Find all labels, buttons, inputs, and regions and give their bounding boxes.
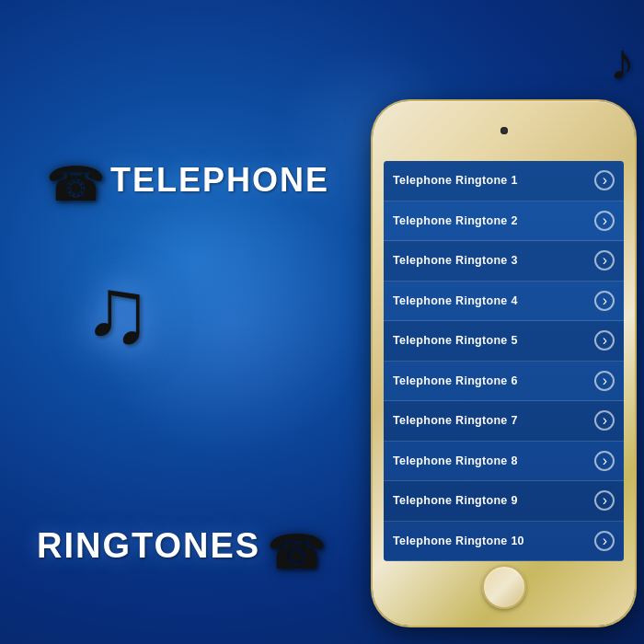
telephone-heading: TELEPHONE: [110, 161, 329, 200]
ringtone-arrow-icon: [594, 531, 615, 551]
ringtone-number: 5: [512, 334, 518, 347]
ringtone-arrow-icon: [594, 490, 615, 511]
ringtone-number: 9: [512, 494, 518, 507]
telephone-icon-topleft: ☎: [46, 156, 106, 212]
phone-home-button[interactable]: [482, 565, 526, 609]
phone-screen: Telephone Ringtone 1Telephone Ringtone 2…: [384, 161, 624, 561]
ringtone-list-item[interactable]: Telephone Ringtone 9: [384, 481, 624, 522]
ringtone-label: Telephone Ringtone: [393, 535, 508, 547]
ringtones-heading: RINGTONES: [37, 526, 260, 566]
music-note-large-icon: ♫: [83, 258, 152, 363]
ringtone-label: Telephone Ringtone: [393, 374, 508, 387]
ringtone-list-item[interactable]: Telephone Ringtone 8: [384, 442, 624, 482]
ringtone-number: 3: [512, 254, 518, 267]
ringtone-list-item[interactable]: Telephone Ringtone 5: [384, 321, 624, 362]
ringtone-arrow-icon: [594, 170, 615, 190]
ringtone-number: 1: [512, 174, 518, 187]
ringtone-label: Telephone Ringtone: [393, 294, 508, 307]
ringtone-label: Telephone Ringtone: [393, 254, 508, 267]
ringtone-arrow-icon: [594, 371, 615, 391]
ringtone-label: Telephone Ringtone: [393, 214, 508, 227]
ringtone-label: Telephone Ringtone: [393, 494, 508, 507]
ringtone-list-item[interactable]: Telephone Ringtone 7: [384, 401, 624, 442]
ringtone-list-item[interactable]: Telephone Ringtone 1: [384, 161, 624, 201]
phone-shell: Telephone Ringtone 1Telephone Ringtone 2…: [373, 101, 635, 626]
ringtone-number: 6: [512, 374, 518, 387]
telephone-icon-bottom: ☎: [267, 524, 327, 580]
ringtone-list-item[interactable]: Telephone Ringtone 2: [384, 201, 624, 242]
ringtone-list-item[interactable]: Telephone Ringtone 6: [384, 362, 624, 402]
phone-mockup: Telephone Ringtone 1Telephone Ringtone 2…: [373, 101, 635, 626]
ringtone-arrow-icon: [594, 211, 615, 231]
ringtone-arrow-icon: [594, 410, 615, 431]
music-note-topright-icon: ♪: [610, 32, 636, 91]
ringtone-number: 2: [512, 214, 518, 227]
ringtone-arrow-icon: [594, 451, 615, 471]
ringtone-list-item[interactable]: Telephone Ringtone 10: [384, 522, 624, 562]
ringtone-label: Telephone Ringtone: [393, 454, 508, 467]
ringtone-label: Telephone Ringtone: [393, 174, 508, 187]
left-panel: ☎ TELEPHONE ♫ RINGTONES ☎: [18, 0, 377, 644]
ringtone-label: Telephone Ringtone: [393, 414, 508, 427]
ringtone-number: 7: [512, 414, 518, 427]
ringtone-number: 10: [512, 535, 524, 547]
ringtone-arrow-icon: [594, 250, 615, 270]
ringtone-number: 8: [512, 454, 518, 467]
ringtone-list-item[interactable]: Telephone Ringtone 4: [384, 282, 624, 322]
ringtone-number: 4: [512, 294, 518, 307]
ringtone-label: Telephone Ringtone: [393, 334, 508, 347]
phone-camera: [500, 127, 508, 134]
ringtone-arrow-icon: [594, 291, 615, 311]
ringtone-list-item[interactable]: Telephone Ringtone 3: [384, 241, 624, 282]
ringtone-list: Telephone Ringtone 1Telephone Ringtone 2…: [384, 161, 624, 561]
ringtone-arrow-icon: [594, 330, 615, 351]
